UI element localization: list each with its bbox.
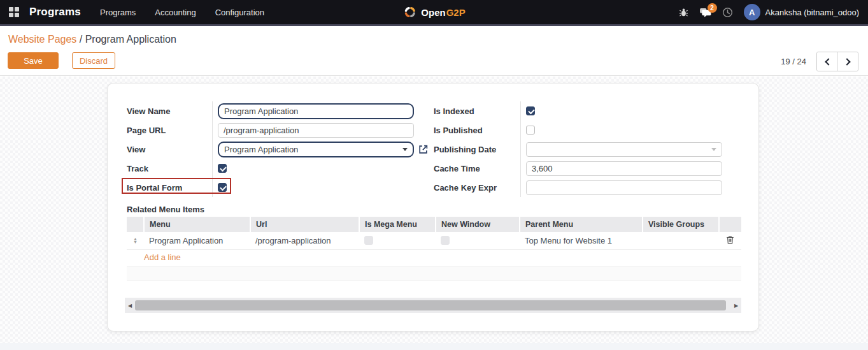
app-title[interactable]: Programs [29,6,81,18]
page-url-input[interactable] [218,123,414,138]
user-menu[interactable]: A Akanksha (bitnami_odoo) [744,4,859,20]
track-checkbox[interactable] [218,164,227,173]
trash-icon [726,235,734,244]
pager-value: 19 / 24 [781,57,806,66]
nav-item-accounting[interactable]: Accounting [155,8,196,17]
drag-handle-icon[interactable]: ▲▼ [127,232,144,249]
view-select[interactable]: Program Application [218,142,414,157]
is-published-checkbox[interactable] [526,126,535,135]
is-portal-form-label: Is Portal Form [127,178,212,197]
breadcrumb-website-pages[interactable]: Website Pages [8,34,76,45]
parent-menu-cell[interactable]: Top Menu for Website 1 [520,232,643,249]
view-name-label: View Name [127,101,212,120]
menu-cell[interactable]: Program Application [144,232,250,249]
actions-column-header [719,217,741,232]
nav-item-configuration[interactable]: Configuration [215,8,264,17]
page-bottom-strip [0,343,868,350]
related-menu-items-title: Related Menu Items [127,205,204,214]
form-right-group: Is Indexed Is Published Publishing Date … [434,101,730,197]
new-window-column-header[interactable]: New Window [436,217,520,232]
debug-bug-icon[interactable] [679,8,688,17]
new-window-checkbox[interactable] [441,236,450,245]
is-indexed-checkbox[interactable] [526,106,535,115]
pager: 19 / 24 [781,52,858,71]
nav-menu: Programs Accounting Configuration [100,8,264,17]
add-a-line-link[interactable]: Add a line [127,252,741,262]
form-left-group: View Name Page URL View Program Applicat… [127,101,429,197]
breadcrumb: Website Pages / Program Application [8,34,176,45]
content-area: View Name Page URL View Program Applicat… [0,77,868,350]
parent-menu-column-header[interactable]: Parent Menu [520,217,643,232]
new-window-cell [436,232,520,249]
cache-time-label: Cache Time [434,159,520,178]
message-count-badge: 2 [708,3,717,13]
url-column-header[interactable]: Url [250,217,359,232]
page-url-label: Page URL [127,120,212,140]
add-line-row: Add a line [127,249,741,265]
visible-groups-cell[interactable] [643,232,719,249]
action-buttons: Save Discard [8,52,115,69]
is-mega-menu-cell [359,232,436,249]
table-row[interactable]: ▲▼ Program Application /program-applicat… [127,232,741,249]
nav-item-programs[interactable]: Programs [100,8,136,17]
chevron-right-icon [843,58,850,65]
save-button[interactable]: Save [8,52,59,69]
scrollbar-thumb[interactable] [135,300,726,310]
scroll-right-arrow[interactable]: ▶ [731,298,741,313]
external-link-icon[interactable] [418,144,429,155]
is-indexed-label: Is Indexed [434,101,520,120]
related-menu-items-table: Menu Url Is Mega Menu New Window Parent … [127,217,741,265]
apps-grid-icon[interactable] [9,7,19,17]
logo-text-open: Open [421,7,445,18]
table-footer-band [127,266,741,281]
form-sheet: View Name Page URL View Program Applicat… [107,83,759,332]
top-navbar: Programs Programs Accounting Configurati… [0,0,868,26]
breadcrumb-current: Program Application [85,34,176,45]
logo-text-g2p: G2P [446,7,466,18]
discard-button[interactable]: Discard [72,52,115,69]
publishing-date-label: Publishing Date [434,140,520,159]
messages-icon[interactable]: 2 [699,8,711,17]
systray: 2 A Akanksha (bitnami_odoo) [679,4,859,20]
breadcrumb-separator: / [76,34,85,45]
view-select-value: Program Application [224,145,298,154]
avatar: A [744,4,760,20]
cache-time-input[interactable] [526,161,722,176]
is-portal-form-checkbox[interactable] [218,183,227,192]
cache-key-expr-input[interactable] [526,180,722,195]
control-panel: Website Pages / Program Application Save… [0,28,868,76]
is-published-label: Is Published [434,120,520,140]
view-name-input[interactable] [218,103,414,119]
menu-column-header[interactable]: Menu [144,217,250,232]
is-mega-menu-checkbox[interactable] [364,236,373,245]
pager-previous-button[interactable] [817,52,837,71]
is-mega-menu-column-header[interactable]: Is Mega Menu [359,217,436,232]
track-label: Track [127,159,212,178]
openg2p-logo: Open G2P [402,0,465,24]
publishing-date-input[interactable] [526,142,722,157]
pager-buttons [816,52,858,71]
chevron-down-icon [402,148,408,151]
view-label: View [127,140,212,159]
url-cell[interactable]: /program-application [250,232,359,249]
visible-groups-column-header[interactable]: Visible Groups [643,217,719,232]
scroll-left-arrow[interactable]: ◀ [125,298,135,313]
handle-column-header [127,217,144,232]
delete-row-button[interactable] [719,232,741,249]
pager-next-button[interactable] [837,52,858,71]
user-name: Akanksha (bitnami_odoo) [765,8,859,17]
horizontal-scrollbar[interactable]: ◀ ▶ [125,298,741,313]
cache-key-expr-label: Cache Key Expr [434,178,520,197]
activities-clock-icon[interactable] [722,7,733,18]
chevron-left-icon [825,58,832,65]
table-header-row: Menu Url Is Mega Menu New Window Parent … [127,217,741,232]
chevron-down-icon [711,148,716,151]
openg2p-pinwheel-icon [402,5,416,19]
